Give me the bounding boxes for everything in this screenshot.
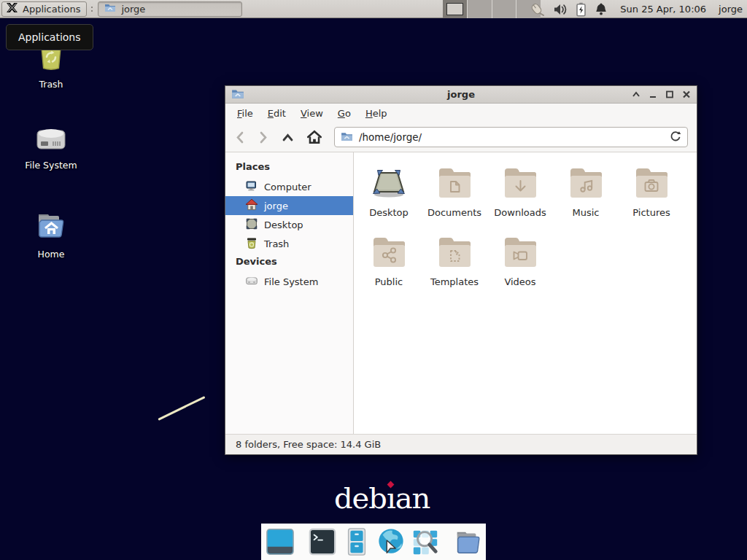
debian-logo: debıan <box>334 481 430 515</box>
minimize-button[interactable] <box>649 90 657 98</box>
menubar: File Edit View Go Help <box>225 104 697 122</box>
window-folder-icon <box>104 3 116 15</box>
taskbar-button-label: jorge <box>121 4 145 15</box>
share-glyph <box>371 235 406 270</box>
workspace-2[interactable] <box>467 0 492 18</box>
sidebar-devices-header: Devices <box>225 253 353 272</box>
panel-separator-handle <box>89 2 95 15</box>
clock[interactable]: Sun 25 Apr, 10:06 <box>620 4 706 15</box>
sidebar-item-computer[interactable]: Computer <box>225 177 353 196</box>
file-manager-icon[interactable] <box>452 526 483 557</box>
sidebar-item-label: Desktop <box>264 219 303 230</box>
folder-item-music[interactable]: Music <box>553 166 619 235</box>
desktop-icon-label: Trash <box>39 79 63 90</box>
folder-item-videos[interactable]: Videos <box>487 235 553 304</box>
menu-file[interactable]: File <box>230 104 260 122</box>
desktop-icon <box>245 217 258 233</box>
music-notes-glyph <box>568 166 603 201</box>
folder-label: Templates <box>430 276 479 287</box>
applications-button[interactable]: Applications <box>1 1 87 17</box>
hard-drive-icon <box>34 124 68 155</box>
video-camera-glyph <box>503 235 538 270</box>
folder-item-documents[interactable]: Documents <box>422 166 487 235</box>
path-input[interactable] <box>359 131 663 143</box>
folder-label: Music <box>573 207 600 218</box>
menu-help[interactable]: Help <box>358 104 395 122</box>
notifications-bell-icon[interactable] <box>595 2 608 16</box>
taskbar-window-button[interactable]: jorge <box>98 1 242 17</box>
up-button[interactable] <box>281 131 295 143</box>
sidebar-item-label: File System <box>264 276 318 287</box>
application-finder-icon[interactable] <box>410 526 441 557</box>
folder-item-downloads[interactable]: Downloads <box>487 166 553 235</box>
battery-charging-icon[interactable] <box>576 2 587 17</box>
folder-label: Videos <box>504 276 535 287</box>
path-bar[interactable] <box>334 127 688 147</box>
sidebar-places-header: Places <box>225 158 353 177</box>
close-button[interactable] <box>682 90 691 98</box>
folder-item-templates[interactable]: Templates <box>422 235 487 304</box>
system-tray: Sun 25 Apr, 10:06 jorge <box>529 0 743 18</box>
maximize-button[interactable] <box>665 90 674 98</box>
mouse-settings-icon[interactable] <box>529 2 545 17</box>
folder-view[interactable]: Desktop Documents Downloads <box>354 152 697 434</box>
file-cabinet-icon[interactable] <box>341 526 372 557</box>
folder-label: Downloads <box>494 207 546 218</box>
folder-item-public[interactable]: Public <box>356 235 422 304</box>
debian-logo-text: an <box>395 481 430 515</box>
workspace-1[interactable] <box>443 0 467 18</box>
sidebar-item-label: jorge <box>264 201 288 211</box>
home-icon <box>245 198 258 214</box>
stray-line-artifact <box>158 396 205 421</box>
menu-go[interactable]: Go <box>330 104 358 122</box>
back-button[interactable] <box>234 131 246 144</box>
sidebar-item-trash[interactable]: Trash <box>225 234 353 253</box>
sidebar-item-file-system[interactable]: File System <box>225 272 353 291</box>
folder-label: Pictures <box>632 207 670 218</box>
sidebar-item-desktop[interactable]: Desktop <box>225 215 353 234</box>
desktop-icon-file-system[interactable]: File System <box>19 124 83 171</box>
path-folder-icon <box>341 131 353 144</box>
folder-item-pictures[interactable]: Pictures <box>619 166 684 235</box>
menu-edit[interactable]: Edit <box>260 104 293 122</box>
reload-icon[interactable] <box>669 130 681 144</box>
top-panel: Applications jorge <box>0 0 747 18</box>
sidebar-item-label: Trash <box>264 238 289 249</box>
sidebar: Places Computer jorge <box>225 152 354 434</box>
xfce-logo-icon <box>6 2 18 15</box>
home-button[interactable] <box>306 130 322 144</box>
download-arrow-glyph <box>503 166 538 201</box>
folder-item-desktop[interactable]: Desktop <box>356 166 422 235</box>
menu-view[interactable]: View <box>293 104 330 122</box>
sidebar-item-label: Computer <box>264 182 311 192</box>
show-desktop-icon[interactable] <box>265 526 295 557</box>
titlebar[interactable]: jorge <box>225 86 697 104</box>
sidebar-item-jorge[interactable]: jorge <box>225 196 353 215</box>
dock <box>261 524 486 560</box>
desktop-workspace-icon <box>371 166 406 201</box>
folder-label: Desktop <box>369 207 409 218</box>
document-glyph <box>437 166 472 201</box>
web-browser-icon[interactable] <box>376 526 406 557</box>
workspace-switcher[interactable] <box>443 0 541 18</box>
file-manager-window: jorge File Edit View Go Help <box>225 85 697 455</box>
workspace-3[interactable] <box>492 0 516 18</box>
status-bar: 8 folders, Free space: 14.4 GiB <box>225 434 697 454</box>
template-glyph <box>437 235 472 270</box>
desktop-icon-home[interactable]: Home <box>19 210 83 260</box>
shade-button[interactable] <box>632 90 640 98</box>
desktop-icon-label: File System <box>25 160 77 171</box>
folder-label: Public <box>375 276 403 287</box>
drive-icon <box>245 274 258 289</box>
desktop-icon-label: Home <box>38 249 65 260</box>
forward-button[interactable] <box>258 131 269 144</box>
applications-tooltip: Applications <box>6 24 93 50</box>
home-folder-icon <box>34 210 68 244</box>
trash-icon <box>245 236 258 252</box>
applications-button-label: Applications <box>23 4 80 15</box>
panel-username[interactable]: jorge <box>719 4 743 15</box>
debian-logo-text: deb <box>334 481 387 515</box>
audio-volume-icon[interactable] <box>553 3 568 16</box>
terminal-icon[interactable] <box>307 526 338 557</box>
computer-icon <box>245 179 258 195</box>
